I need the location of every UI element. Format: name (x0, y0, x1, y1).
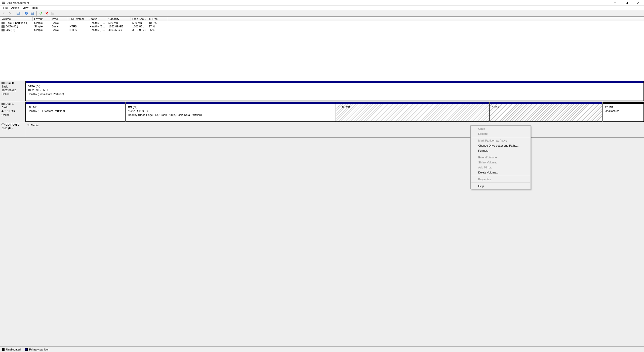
context-menu-item[interactable]: Delete Volume... (471, 170, 530, 175)
volume-cell: 1862.89 GB (107, 25, 131, 28)
disk-graphical-view: Disk 0Basic1862.89 GBOnlineDATA (D:)1862… (0, 80, 644, 346)
partition-body: 12 MBUnallocated (603, 104, 643, 121)
volume-cell: NTFS (68, 25, 88, 28)
context-menu-item: Explore (471, 131, 530, 136)
volume-icon (2, 22, 5, 24)
column-header[interactable]: Status (88, 17, 107, 21)
partition-size: 1862.89 GB NTFS (28, 88, 641, 92)
volume-cell: 460.25 GB (107, 28, 131, 31)
volume-cell: NTFS (68, 28, 88, 31)
close-button[interactable] (632, 0, 644, 6)
column-header[interactable]: Layout (33, 17, 50, 21)
volume-cell: 391.89 GB (131, 28, 147, 31)
menu-view[interactable]: View (21, 6, 30, 10)
menu-action[interactable]: Action (10, 6, 21, 10)
window-title: Disk Management (7, 1, 29, 4)
no-media-label: No Media (27, 124, 38, 127)
partition-body: 1.06 GB (490, 104, 602, 121)
disk-info: Basic476.81 GBOnline (2, 106, 23, 117)
app-icon (2, 1, 5, 5)
partition[interactable]: 500 MBHealthy (EFI System Partition) (25, 102, 126, 122)
column-header[interactable]: File System (68, 17, 88, 21)
partition-stripe (126, 102, 336, 104)
partition[interactable]: 1.06 GB (490, 102, 602, 122)
disk-name-text: Disk 0 (6, 81, 14, 84)
partition[interactable]: DATA (D:)1862.89 GB NTFSHealthy (Basic D… (25, 81, 644, 101)
disk-label[interactable]: Disk 1Basic476.81 GBOnline (0, 101, 25, 122)
partition-body: OS (C:)460.25 GB NTFSHealthy (Boot, Page… (126, 104, 336, 121)
partition-size: 15.00 GB (338, 105, 488, 109)
volume-cell: Simple (33, 25, 50, 28)
svg-rect-12 (31, 12, 34, 15)
toolbar-separator (14, 11, 14, 16)
context-menu-item: Extend Volume... (471, 155, 530, 160)
partition-status: Healthy (EFI System Partition) (28, 109, 123, 113)
delete-button[interactable] (44, 11, 50, 16)
svg-point-2 (4, 2, 4, 2)
context-menu-item: Properties (471, 177, 530, 182)
legend-bar: Unallocated Primary partition (0, 346, 644, 352)
context-menu-separator (471, 183, 530, 183)
context-menu-item[interactable]: Change Drive Letter and Paths... (471, 143, 530, 148)
refresh-button[interactable] (15, 11, 21, 16)
disk-info: Basic1862.89 GBOnline (2, 85, 23, 96)
partition[interactable]: 15.00 GB (336, 102, 490, 122)
volume-cell: Basic (50, 21, 68, 24)
menu-help[interactable]: Help (30, 6, 39, 10)
svg-rect-0 (2, 2, 5, 3)
column-header[interactable]: % Free (147, 17, 167, 21)
help-button[interactable]: ? (24, 11, 29, 16)
volume-cell: (Disk 1 partition 1) (0, 21, 33, 24)
svg-rect-9 (17, 13, 19, 14)
svg-text:?: ? (26, 12, 27, 15)
column-header[interactable]: Volume (0, 17, 33, 21)
volume-list[interactable]: (Disk 1 partition 1)SimpleBasicHealthy (… (0, 21, 644, 80)
hdd-icon (2, 103, 5, 105)
svg-rect-1 (2, 3, 5, 4)
volume-row[interactable]: OS (C:)SimpleBasicNTFSHealthy (B...460.2… (0, 28, 644, 32)
partition-stripe (490, 102, 602, 104)
minimize-button[interactable] (609, 0, 621, 6)
column-header[interactable]: Type (50, 17, 68, 21)
volume-row[interactable]: DATA (D:)SimpleBasicNTFSHealthy (B...186… (0, 25, 644, 28)
volume-cell: 500 MB (131, 21, 147, 24)
titlebar: Disk Management (0, 0, 644, 6)
disk-row: Disk 1Basic476.81 GBOnline500 MBHealthy … (0, 101, 644, 122)
back-button[interactable] (1, 11, 7, 16)
partition-size: 12 MB (605, 105, 641, 109)
partition-stripe (26, 102, 125, 104)
context-menu-item: Mark Partition as Active (471, 138, 530, 143)
disk-name-text: Disk 1 (6, 102, 14, 105)
partition-title: OS (C:) (128, 105, 334, 109)
volume-icon (2, 29, 5, 31)
context-menu-item[interactable]: Help (471, 184, 530, 189)
settings-button[interactable] (30, 11, 35, 16)
disk-label[interactable]: Disk 0Basic1862.89 GBOnline (0, 80, 25, 101)
partition-stripe (603, 102, 643, 104)
disk-label[interactable]: CD-ROM 0DVD (E:) (0, 122, 25, 137)
column-header[interactable]: Capacity (107, 17, 131, 21)
forward-button[interactable] (7, 11, 13, 16)
window-controls (609, 0, 644, 6)
hdd-icon (2, 82, 5, 84)
partition-status: Healthy (Boot, Page File, Crash Dump, Ba… (128, 113, 334, 117)
context-menu-separator (471, 154, 530, 154)
svg-point-3 (4, 3, 4, 3)
partition-stripe (26, 81, 643, 83)
toolbar-separator (36, 11, 37, 16)
column-header[interactable]: Free Spa... (131, 17, 147, 21)
menubar: File Action View Help (0, 6, 644, 10)
disk-row: Disk 0Basic1862.89 GBOnlineDATA (D:)1862… (0, 80, 644, 101)
action-button[interactable] (38, 11, 44, 16)
menu-file[interactable]: File (2, 6, 10, 10)
maximize-button[interactable] (621, 0, 632, 6)
volume-row[interactable]: (Disk 1 partition 1)SimpleBasicHealthy (… (0, 21, 644, 25)
partition[interactable]: 12 MBUnallocated (602, 102, 644, 122)
volume-cell: 500 MB (107, 21, 131, 24)
partition[interactable]: OS (C:)460.25 GB NTFSHealthy (Boot, Page… (126, 102, 336, 122)
properties-button[interactable] (50, 11, 56, 16)
context-menu-item: Add Mirror... (471, 165, 530, 170)
context-menu-item[interactable]: Format... (471, 148, 530, 153)
partition-body: 15.00 GB (336, 104, 490, 121)
svg-rect-5 (626, 2, 628, 4)
